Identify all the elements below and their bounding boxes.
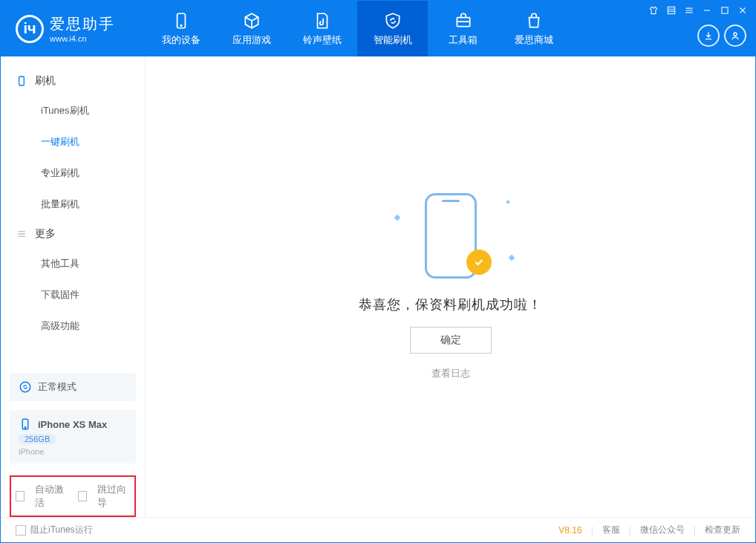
sidebar-item-batch[interactable]: 批量刷机 <box>1 189 145 220</box>
logo-area: iч 爱思助手 www.i4.cn <box>1 14 146 43</box>
sidebar-item-advanced[interactable]: 高级功能 <box>1 310 145 342</box>
nav-label: 我的设备 <box>162 33 201 47</box>
sidebar-section-more: 更多 <box>1 220 145 248</box>
cube-icon <box>242 11 261 30</box>
nav-label: 智能刷机 <box>374 33 412 47</box>
menu-icon[interactable] <box>684 5 694 16</box>
toolbox-icon <box>454 11 473 30</box>
ok-button[interactable]: 确定 <box>410 327 492 354</box>
svg-point-7 <box>20 382 30 392</box>
svg-point-5 <box>734 33 737 36</box>
shield-refresh-icon <box>383 11 403 30</box>
nav-ringtones[interactable]: 铃声壁纸 <box>287 1 357 56</box>
menu-lines-icon <box>16 228 27 240</box>
view-log-link[interactable]: 查看日志 <box>431 367 470 380</box>
bag-icon <box>524 11 544 30</box>
auto-activate-label: 自动激活 <box>35 483 68 510</box>
top-nav: 我的设备 应用游戏 铃声壁纸 智能刷机 工具箱 爱思商城 <box>146 1 569 56</box>
app-title: 爱思助手 <box>50 14 115 34</box>
device-panel[interactable]: iPhone XS Max 256GB iPhone <box>10 410 136 464</box>
mode-label: 正常模式 <box>38 380 76 394</box>
sidebar-item-itunes[interactable]: iTunes刷机 <box>1 95 145 126</box>
section-title: 更多 <box>35 227 56 241</box>
list-icon[interactable] <box>666 5 677 16</box>
nav-label: 爱思商城 <box>515 33 553 47</box>
status-bar: 阻止iTunes运行 V8.16 | 客服 | 微信公众号 | 检查更新 <box>1 517 755 542</box>
nav-flash[interactable]: 智能刷机 <box>357 1 428 56</box>
device-capacity: 256GB <box>19 434 56 444</box>
svg-rect-3 <box>668 7 674 13</box>
download-icon <box>703 30 714 42</box>
device-type: iPhone <box>19 447 44 456</box>
nav-label: 应用游戏 <box>232 33 271 47</box>
phone-small-icon <box>19 417 32 431</box>
block-itunes-label: 阻止iTunes运行 <box>30 524 93 536</box>
svg-point-9 <box>25 427 26 429</box>
skip-guide-label: 跳过向导 <box>97 483 130 510</box>
sidebar-item-other[interactable]: 其他工具 <box>1 248 145 279</box>
shirt-icon[interactable] <box>648 5 659 16</box>
minimize-icon[interactable] <box>702 5 712 16</box>
device-name: iPhone XS Max <box>38 419 107 430</box>
logo-icon: iч <box>16 15 44 43</box>
nav-label: 铃声壁纸 <box>303 33 342 47</box>
maximize-icon[interactable] <box>720 5 730 16</box>
download-button[interactable] <box>697 25 720 47</box>
section-title: 刷机 <box>35 74 56 88</box>
sidebar-section-flash: 刷机 <box>1 67 145 95</box>
version-label: V8.16 <box>558 525 581 536</box>
success-message: 恭喜您，保资料刷机成功啦！ <box>359 296 542 313</box>
phone-icon <box>172 11 191 30</box>
footer-link-update[interactable]: 检查更新 <box>705 524 740 536</box>
svg-point-1 <box>180 25 182 26</box>
footer-link-wechat[interactable]: 微信公众号 <box>640 524 685 536</box>
success-illustration <box>417 193 484 282</box>
music-file-icon <box>313 11 332 30</box>
window-controls <box>648 5 748 16</box>
sidebar-item-oneclick[interactable]: 一键刷机 <box>1 126 145 157</box>
mode-icon <box>19 380 32 394</box>
auto-activate-checkbox[interactable] <box>16 491 25 501</box>
main-content: 恭喜您，保资料刷机成功啦！ 确定 查看日志 <box>146 56 755 517</box>
nav-store[interactable]: 爱思商城 <box>498 1 569 56</box>
block-itunes-checkbox[interactable] <box>16 525 26 536</box>
mode-panel[interactable]: 正常模式 <box>10 373 136 401</box>
device-icon <box>16 75 27 87</box>
options-row: 自动激活 跳过向导 <box>10 475 136 517</box>
nav-toolbox[interactable]: 工具箱 <box>428 1 498 56</box>
header-right <box>697 1 755 56</box>
sidebar-item-pro[interactable]: 专业刷机 <box>1 157 145 189</box>
skip-guide-checkbox[interactable] <box>78 491 87 501</box>
sidebar-item-firmware[interactable]: 下载固件 <box>1 279 145 310</box>
user-icon <box>729 30 741 42</box>
nav-label: 工具箱 <box>449 33 478 47</box>
app-header: iч 爱思助手 www.i4.cn 我的设备 应用游戏 铃声壁纸 智能刷机 工具… <box>1 1 755 56</box>
footer-link-support[interactable]: 客服 <box>602 524 620 536</box>
svg-rect-4 <box>722 7 728 13</box>
body: 刷机 iTunes刷机 一键刷机 专业刷机 批量刷机 更多 其他工具 下载固件 … <box>1 56 755 517</box>
user-button[interactable] <box>724 25 746 47</box>
nav-apps[interactable]: 应用游戏 <box>216 1 287 56</box>
logo-text: 爱思助手 www.i4.cn <box>50 14 115 43</box>
svg-rect-6 <box>19 77 25 85</box>
sidebar: 刷机 iTunes刷机 一键刷机 专业刷机 批量刷机 更多 其他工具 下载固件 … <box>1 56 146 517</box>
nav-my-device[interactable]: 我的设备 <box>146 1 216 56</box>
close-icon[interactable] <box>737 5 748 16</box>
app-subtitle: www.i4.cn <box>50 34 115 43</box>
check-badge-icon <box>466 250 492 275</box>
